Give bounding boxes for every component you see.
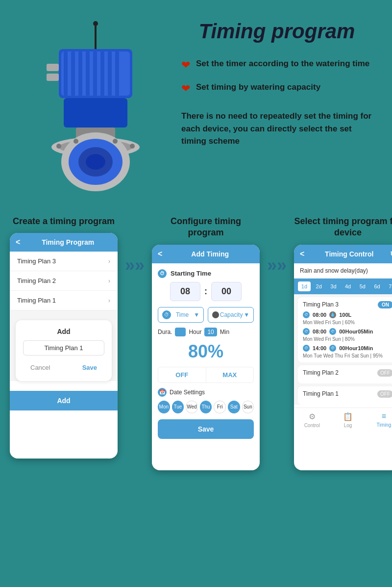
control-icon: ⚙ bbox=[309, 412, 316, 421]
entry-2-clock-icon: ⏱ bbox=[303, 328, 310, 335]
time-colon: : bbox=[204, 286, 207, 297]
phone-2-header-title: Add Timing bbox=[166, 250, 254, 258]
day-option-2d[interactable]: 2d bbox=[313, 281, 325, 291]
svg-rect-12 bbox=[47, 64, 59, 71]
timing-plan-1-card: Timing Plan 1 OFF bbox=[298, 386, 392, 405]
step-1-title: Create a timing program bbox=[13, 216, 115, 227]
plan-1-toggle[interactable]: OFF bbox=[377, 390, 392, 398]
phone-2-header: < Add Timing bbox=[152, 245, 260, 263]
refresh-icon[interactable]: ↻ bbox=[390, 250, 392, 258]
off-button[interactable]: OFF bbox=[158, 367, 206, 383]
add-dialog-title: Add bbox=[23, 328, 104, 335]
starting-time-label: ⏱ Starting Time bbox=[158, 269, 254, 278]
day-sun[interactable]: Sun bbox=[242, 401, 254, 413]
day-thu[interactable]: Thu bbox=[200, 401, 212, 413]
day-option-4d[interactable]: 4d bbox=[342, 281, 354, 291]
min-label: Min bbox=[220, 329, 229, 335]
nav-timing[interactable]: ≡ Timing bbox=[366, 412, 392, 428]
save-button[interactable]: Save bbox=[75, 361, 104, 374]
capacity-selector[interactable]: Capacity ▼ bbox=[208, 307, 254, 323]
save-timing-button[interactable]: Save bbox=[158, 419, 254, 439]
entry-1-clock-icon: ⏱ bbox=[303, 311, 310, 318]
dura-row: Dura. Hour 10 Min bbox=[158, 328, 254, 336]
add-button[interactable]: Add bbox=[10, 391, 118, 410]
day-wed[interactable]: Wed bbox=[186, 401, 198, 413]
phone-1-frame: < Timing Program Timing Plan 3 › Timing … bbox=[10, 233, 118, 459]
time-selector-icon: ⏱ bbox=[162, 310, 171, 319]
svg-rect-4 bbox=[64, 51, 68, 96]
rain-delay-label: Rain and snow delay(day) bbox=[294, 263, 392, 279]
phone-1-header: < Timing Program bbox=[10, 233, 118, 252]
time-selector[interactable]: ⏱ Time ▼ bbox=[158, 307, 204, 323]
back-arrow-3[interactable]: < bbox=[300, 250, 304, 258]
day-mon[interactable]: Mon bbox=[158, 401, 170, 413]
svg-rect-10 bbox=[108, 51, 112, 96]
day-fri[interactable]: Fri bbox=[214, 401, 226, 413]
hour-box[interactable]: 08 bbox=[170, 282, 200, 301]
feature-text-2: Set timing by watering capacity bbox=[196, 81, 320, 93]
page-title: Timing program bbox=[181, 20, 372, 43]
plan-2-name: Timing Plan 2 bbox=[303, 369, 339, 376]
dura-value-box bbox=[175, 328, 186, 336]
step-3-column: Select timing program for device < Timin… bbox=[294, 216, 392, 470]
control-label: Control bbox=[304, 423, 320, 428]
list-item-2[interactable]: Timing Plan 2 › bbox=[10, 271, 118, 291]
plan-3-entry-1: ⏱ 08:00 💧 100L bbox=[303, 311, 392, 318]
phone-3-frame: < Timing Control ↻ Rain and snow delay(d… bbox=[294, 245, 392, 470]
svg-point-1 bbox=[93, 21, 98, 26]
step-2-title: Configure timing program bbox=[152, 216, 260, 239]
list-item-3[interactable]: Timing Plan 3 › bbox=[10, 252, 118, 271]
entry-2-time: 08:00 bbox=[313, 329, 326, 334]
phone-1-body: Timing Plan 3 › Timing Plan 2 › Timing P… bbox=[10, 252, 118, 381]
phone-3-body: Rain and snow delay(day) 1d2d3d4d5d6d7d … bbox=[294, 263, 392, 405]
svg-rect-8 bbox=[93, 51, 97, 96]
max-button[interactable]: MAX bbox=[206, 367, 254, 383]
day-option-6d[interactable]: 6d bbox=[371, 281, 384, 291]
minute-box[interactable]: 00 bbox=[211, 282, 242, 301]
dura-label: Dura. bbox=[158, 329, 172, 335]
entry-1-cap: 100L bbox=[339, 312, 351, 318]
days-row: MonTueWedThuFriSatSun bbox=[158, 401, 254, 413]
plan-2-toggle[interactable]: OFF bbox=[377, 369, 392, 377]
svg-rect-5 bbox=[71, 51, 75, 96]
day-option-5d[interactable]: 5d bbox=[356, 281, 369, 291]
top-section: Timing program ❤ Set the timer according… bbox=[0, 0, 392, 206]
nav-log[interactable]: 📋 Log bbox=[330, 412, 366, 428]
entry-1-days: Mon Wed Fri Sun | 60% bbox=[303, 320, 392, 325]
chevron-icon-3: › bbox=[108, 258, 110, 265]
entry-2-cap-icon: ⏱ bbox=[329, 328, 336, 335]
svg-rect-13 bbox=[47, 74, 59, 81]
day-sat[interactable]: Sat bbox=[228, 401, 240, 413]
day-tue[interactable]: Tue bbox=[172, 401, 184, 413]
heart-icon-2: ❤ bbox=[181, 82, 190, 95]
timing-plan-2-card: Timing Plan 2 OFF bbox=[298, 365, 392, 383]
bottom-nav: ⚙ Control 📋 Log ≡ Timing bbox=[294, 408, 392, 432]
svg-rect-11 bbox=[115, 51, 119, 96]
feature-2: ❤ Set timing by watering capacity bbox=[181, 81, 372, 95]
phone-3-header: < Timing Control ↻ bbox=[294, 245, 392, 263]
timing-plan-input[interactable]: Timing Plan 1 bbox=[23, 340, 104, 356]
date-icon: 📅 bbox=[158, 388, 167, 397]
svg-point-23 bbox=[74, 139, 78, 144]
step-1-column: Create a timing program < Timing Program… bbox=[10, 216, 118, 459]
back-arrow-2[interactable]: < bbox=[158, 250, 162, 258]
day-option-7d[interactable]: 7d bbox=[385, 281, 392, 291]
timing-label: Timing bbox=[377, 422, 392, 428]
log-label: Log bbox=[344, 423, 352, 428]
dialog-buttons: Cancel Save bbox=[23, 361, 104, 374]
percentage-display: 80% bbox=[158, 341, 254, 362]
day-option-1d[interactable]: 1d bbox=[298, 281, 311, 291]
entry-1-time: 08:00 bbox=[313, 312, 326, 318]
list-item-1[interactable]: Timing Plan 1 › bbox=[10, 291, 118, 310]
feature-1: ❤ Set the timer according to the waterin… bbox=[181, 58, 372, 72]
cancel-button[interactable]: Cancel bbox=[23, 361, 57, 374]
heart-icon-1: ❤ bbox=[181, 59, 190, 72]
entry-1-cap-icon: 💧 bbox=[329, 311, 336, 318]
nav-control[interactable]: ⚙ Control bbox=[294, 412, 330, 428]
day-option-3d[interactable]: 3d bbox=[327, 281, 340, 291]
capacity-dropdown-icon: ▼ bbox=[244, 311, 249, 318]
svg-rect-6 bbox=[78, 51, 82, 96]
steps-section: Create a timing program < Timing Program… bbox=[0, 206, 392, 485]
back-arrow-1[interactable]: < bbox=[16, 238, 20, 247]
plan-3-toggle[interactable]: ON bbox=[378, 301, 392, 308]
